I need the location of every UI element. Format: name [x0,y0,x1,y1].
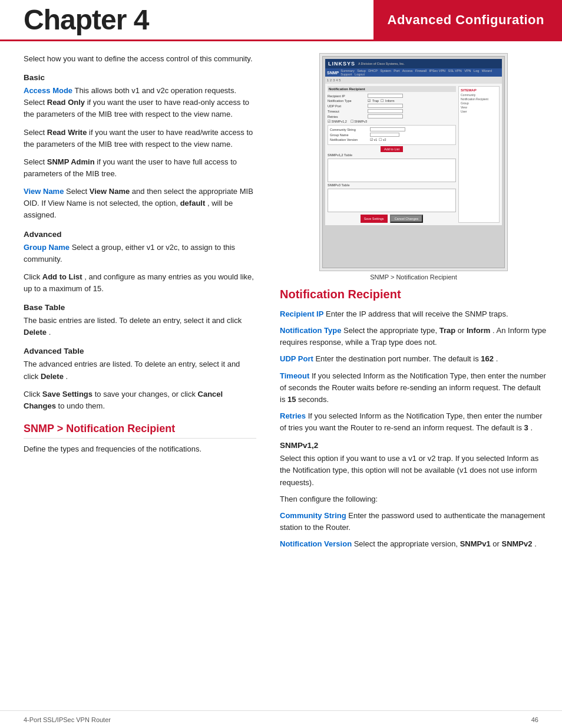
sim-tab3: 3 [333,78,335,82]
notification-version-paragraph: Notification Version Select the appropri… [280,538,547,550]
sim-udp-label: UDP Port [328,104,366,108]
advanced-table-paragraph: The advanced entries are listed. To dele… [24,358,256,382]
base-table-heading: Base Table [24,303,256,312]
read-write-label: Read Write [47,128,87,137]
sim-snmpv3-check: ☐ SNMPv3 [351,120,367,123]
save-settings-label: Save Settings [42,390,92,398]
sim-version-inputs: ☑ v1 ☐ v2 [370,138,386,141]
intro-paragraph: Select how you want to define the access… [24,53,256,65]
configure-paragraph: Then configure the following: [280,493,547,505]
sim-add-to-list-btn[interactable]: Add to List [381,146,403,152]
advanced-table-heading: Advanced Table [24,347,256,355]
sim-table2-title: SNMPv3 Table [328,183,456,187]
cancel-changes-text: to undo them. [58,401,105,410]
snmp-admin-paragraph: Select SNMP Admin if you want the user t… [24,156,256,180]
sim-subtitle: A Division of Cisco Systems, Inc. [358,62,405,65]
sim-group-name-row: Group Name [330,133,454,137]
community-string-label: Community String [280,511,346,520]
sim-sitemap-items: CommunityNotification RecipientGroupView… [461,93,497,114]
sim-add-btn-row[interactable]: Add to List [328,146,456,152]
sim-inform-icon: ☐ [381,99,384,103]
sim-timeout-label: Timeout [328,110,366,113]
save-settings-paragraph: Click Save Settings to save your changes… [24,388,256,412]
sim-group-name-select [370,133,399,137]
sim-trap-label: Trap [372,99,379,103]
timeout-paragraph: Timeout If you selected Inform as the No… [280,370,547,406]
sim-snmp-label: SNMP [327,71,339,75]
base-table-paragraph: The basic entries are listed. To delete … [24,315,256,338]
sim-table2 [328,189,456,212]
base-table-text: The basic entries are listed. To delete … [24,316,242,325]
left-column: Select how you want to define the access… [0,53,271,566]
snmpv12-heading: SNMPv1,2 [280,441,547,450]
linksys-logo: LINKSYS [328,61,355,67]
group-name-paragraph: Group Name Select a group, either v1 or … [24,242,256,265]
or-text: or [458,326,467,335]
notification-version-label: Notification Version [280,539,352,548]
udp-port-label: UDP Port [280,354,313,363]
sim-notif-type-inputs: ☑Trap ☐Inform [368,99,395,103]
version-period: . [534,539,537,548]
sim-notif-type-row: Notification Type ☑Trap ☐Inform [328,99,456,103]
recipient-ip-paragraph: Recipient IP Enter the IP address that w… [280,308,547,320]
sim-v1-label: ☑ v1 [370,138,377,141]
read-write-paragraph: Select Read Write if you want the user t… [24,127,256,150]
add-to-list-prefix: Click [24,272,42,281]
header-right: Advanced Configuration [373,0,562,39]
or2-text: or [492,539,501,548]
notification-type-paragraph: Notification Type Select the appropriate… [280,325,547,348]
sim-recipient-ip-input [368,94,403,98]
retries-default: 3 [524,423,528,432]
view-name-text1: Select [66,187,90,196]
screenshot-caption: SNMP > Notification Recipient [280,274,547,281]
snmpv1-label: SNMPv1 [460,539,491,548]
add-to-list-paragraph: Click Add to List , and configure as man… [24,271,256,295]
snmp-admin-prefix: Select [24,157,47,166]
sim-group-name-label: Group Name [330,133,368,137]
sim-body: Notification Recipient Recipient IP Noti… [325,84,502,225]
udp-port-paragraph: UDP Port Enter the destination port numb… [280,353,547,365]
add-to-list-label: Add to List [42,272,82,281]
udp-port-period: . [496,354,498,363]
notification-type-label: Notification Type [280,326,341,335]
notification-recipient-heading: Notification Recipient [280,288,547,301]
sim-tab4: 4 [336,78,338,82]
page-title: Advanced Configuration [388,12,544,28]
sim-table1 [328,159,456,182]
timeout-text2: seconds. [298,395,329,404]
advanced-heading: Advanced [24,230,256,239]
sim-save-btn[interactable]: Save Settings [361,215,388,223]
footer-product-name: 4-Port SSL/IPSec VPN Router [24,716,111,723]
sim-recipient-ip-row: Recipient IP [328,94,456,98]
recipient-ip-text: Enter the IP address that will receive t… [326,309,508,318]
sim-trap-icon: ☑ [368,99,371,103]
sim-snmpv12-check: ☑ SNMPv1,2 [328,120,347,123]
read-only-label: Read Only [47,98,85,107]
snmp-define-paragraph: Define the types and frequencies of the … [24,443,256,455]
sim-tab1: 1 [327,78,329,82]
sim-tab2: 2 [330,78,332,82]
snmp-admin-label: SNMP Admin [47,157,95,166]
sim-community-input [370,127,405,131]
base-table-period: . [49,328,51,337]
timeout-label: Timeout [280,371,309,380]
view-name-bold: View Name [90,187,130,196]
sim-udp-port-row: UDP Port [328,104,456,108]
sim-header: LINKSYS A Division of Cisco Systems, Inc… [325,59,502,68]
sim-cancel-btn[interactable]: Cancel Changes [390,215,424,223]
page-header: Chapter 4 Advanced Configuration [0,0,562,41]
sim-tabs: 1 2 3 4 5 [325,77,502,84]
sim-community-label: Community String [330,128,368,131]
sim-main-area: Notification Recipient Recipient IP Noti… [328,86,456,223]
sim-notif-version-row: Notification Version ☑ v1 ☐ v2 [330,138,454,141]
chapter-title: Chapter 4 [24,4,148,36]
advanced-delete-label: Delete [41,372,64,381]
sim-notif-type-label: Notification Type [328,99,366,103]
access-mode-label: Access Mode [24,86,72,95]
sim-snmpv12-section: Community String Group Name Notification… [328,125,456,145]
sim-retries-row: Retries [328,114,456,118]
snmpv2-label: SNMPv2 [501,539,532,548]
screenshot-container: LINKSYS A Division of Cisco Systems, Inc… [319,53,508,271]
read-write-prefix: Select [24,128,47,137]
sim-v2-label: ☐ v2 [379,138,386,141]
